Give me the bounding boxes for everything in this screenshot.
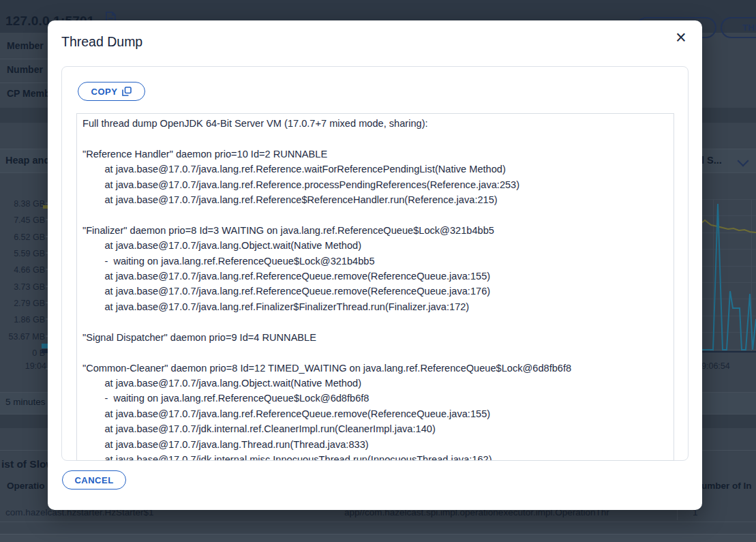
- heap-chart-title: Heap and: [5, 155, 50, 166]
- right-chart-x-tick: 9:06:54: [701, 361, 730, 371]
- page-bottom-strip: [0, 534, 756, 542]
- right-chart-gridline-v: [751, 199, 752, 352]
- chevron-down-icon[interactable]: [739, 157, 747, 165]
- heap-chart-y-axis: 8.38 GB 7.45 GB 6.52 GB 5.59 GB 4.66 GB …: [0, 196, 45, 361]
- modal-title: Thread Dump: [61, 34, 142, 50]
- copy-icon: [122, 87, 132, 96]
- close-icon[interactable]: ×: [669, 26, 693, 49]
- divider: [0, 59, 48, 59]
- thread-dump-button[interactable]: THR: [721, 17, 756, 38]
- thread-dump-button-label: THR: [742, 22, 756, 33]
- heap-chart-teal-series-mark: [42, 344, 48, 348]
- heap-chart-x-tick: 19:04: [19, 361, 46, 371]
- right-chart-title: l S...: [701, 155, 722, 166]
- time-filter-select[interactable]: 5 minutes: [5, 397, 46, 407]
- thread-dump-modal: Thread Dump × COPY Full thread dump Open…: [48, 20, 702, 510]
- copy-button[interactable]: COPY: [78, 82, 145, 101]
- heap-chart-olive-series-mark: [43, 205, 48, 209]
- column-header-invocations[interactable]: umber of In: [701, 481, 752, 491]
- right-chart-gridline-v: [713, 199, 714, 352]
- divider: [0, 522, 756, 522]
- cancel-button-label: CANCEL: [74, 475, 113, 485]
- column-header-operation[interactable]: Operatio: [7, 481, 45, 491]
- thread-dump-text-area[interactable]: Full thread dump OpenJDK 64-Bit Server V…: [76, 113, 674, 461]
- screen-root: 127.0.0.1:5701 THR Member Number CP Memb…: [0, 0, 756, 542]
- divider: [0, 82, 48, 83]
- thread-dump-text: Full thread dump OpenJDK 64-Bit Server V…: [77, 114, 674, 461]
- copy-button-label: COPY: [91, 87, 118, 97]
- heap-chart-navy-series-mark: [42, 349, 48, 353]
- right-chart-gridlines: [701, 199, 756, 361]
- dump-card: COPY Full thread dump OpenJDK 64-Bit Ser…: [61, 66, 689, 461]
- slow-operations-title: ist of Slow: [1, 458, 55, 470]
- cancel-button[interactable]: CANCEL: [62, 470, 126, 490]
